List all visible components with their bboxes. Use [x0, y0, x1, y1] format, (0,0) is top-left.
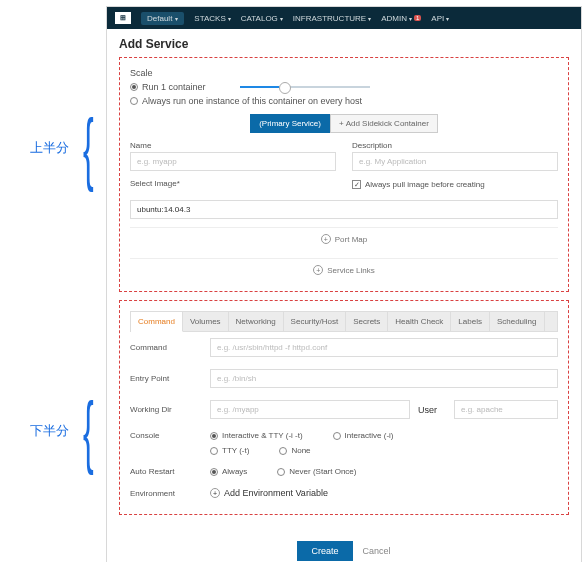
plus-circle-icon: + — [321, 234, 331, 244]
tab-scheduling[interactable]: Scheduling — [490, 312, 545, 331]
admin-badge: 1 — [414, 15, 421, 21]
user-label: User — [418, 405, 448, 415]
console-label: Console — [130, 431, 200, 440]
nav-catalog[interactable]: CATALOG▾ — [241, 14, 283, 23]
add-sidekick-button[interactable]: +Add Sidekick Container — [330, 114, 438, 133]
nav-admin[interactable]: ADMIN▾1 — [381, 14, 421, 23]
tab-security[interactable]: Security/Host — [284, 312, 347, 331]
image-input[interactable] — [130, 200, 558, 219]
scale-label: Scale — [130, 68, 558, 78]
cancel-button[interactable]: Cancel — [363, 541, 391, 561]
console-radio-i[interactable] — [333, 432, 341, 440]
user-input[interactable] — [454, 400, 558, 419]
nav-api[interactable]: API▾ — [431, 14, 449, 23]
create-button[interactable]: Create — [297, 541, 352, 561]
env-label: Environment — [130, 489, 200, 498]
tab-command[interactable]: Command — [131, 312, 183, 332]
tab-bar: Command Volumes Networking Security/Host… — [130, 311, 558, 332]
restart-label: Auto Restart — [130, 467, 200, 476]
primary-service-button[interactable]: (Primary Service) — [250, 114, 330, 133]
command-label: Command — [130, 343, 200, 352]
command-input[interactable] — [210, 338, 558, 357]
lower-section: Command Volumes Networking Security/Host… — [119, 300, 569, 515]
tab-secrets[interactable]: Secrets — [346, 312, 388, 331]
workdir-input[interactable] — [210, 400, 410, 419]
footer: Create Cancel — [107, 531, 581, 562]
chevron-down-icon: ▾ — [175, 15, 178, 22]
description-input[interactable] — [352, 152, 558, 171]
radio-every-host[interactable] — [130, 97, 138, 105]
tab-volumes[interactable]: Volumes — [183, 312, 229, 331]
expand-service-links[interactable]: + Service Links — [130, 258, 558, 281]
tab-health[interactable]: Health Check — [388, 312, 451, 331]
plus-icon: + — [339, 119, 344, 128]
console-radio-it[interactable] — [210, 432, 218, 440]
upper-section: Scale Run 1 container Always run one ins… — [119, 57, 569, 292]
radio-every-host-label: Always run one instance of this containe… — [142, 96, 362, 106]
tab-labels[interactable]: Labels — [451, 312, 490, 331]
description-label: Description — [352, 141, 558, 150]
entrypoint-label: Entry Point — [130, 374, 200, 383]
always-pull-checkbox[interactable]: ✓ — [352, 180, 361, 189]
env-dropdown[interactable]: Default▾ — [141, 12, 184, 25]
expand-port-map[interactable]: + Port Map — [130, 227, 558, 250]
annotation-lower: 下半分{ — [30, 391, 102, 471]
scale-slider[interactable] — [240, 86, 370, 88]
plus-circle-icon: + — [313, 265, 323, 275]
nav-stacks[interactable]: STACKS▾ — [194, 14, 230, 23]
entrypoint-input[interactable] — [210, 369, 558, 388]
workdir-label: Working Dir — [130, 405, 200, 414]
console-radio-t[interactable] — [210, 447, 218, 455]
console-radio-none[interactable] — [279, 447, 287, 455]
plus-circle-icon: + — [210, 488, 220, 498]
restart-radio-never[interactable] — [277, 468, 285, 476]
logo-icon: ⊞ — [115, 12, 131, 24]
radio-run-n[interactable] — [130, 83, 138, 91]
image-label: Select Image* — [130, 179, 336, 188]
page-title: Add Service — [119, 37, 569, 51]
tab-networking[interactable]: Networking — [229, 312, 284, 331]
app-window: ⊞ Default▾ STACKS▾ CATALOG▾ INFRASTRUCTU… — [106, 6, 582, 562]
radio-run-n-label: Run 1 container — [142, 82, 206, 92]
top-nav: ⊞ Default▾ STACKS▾ CATALOG▾ INFRASTRUCTU… — [107, 7, 581, 29]
nav-infrastructure[interactable]: INFRASTRUCTURE▾ — [293, 14, 371, 23]
annotation-upper: 上半分{ — [30, 108, 102, 188]
name-input[interactable] — [130, 152, 336, 171]
name-label: Name — [130, 141, 336, 150]
restart-radio-always[interactable] — [210, 468, 218, 476]
add-env-button[interactable]: + Add Environment Variable — [210, 488, 328, 498]
always-pull-label: Always pull image before creating — [365, 180, 485, 189]
